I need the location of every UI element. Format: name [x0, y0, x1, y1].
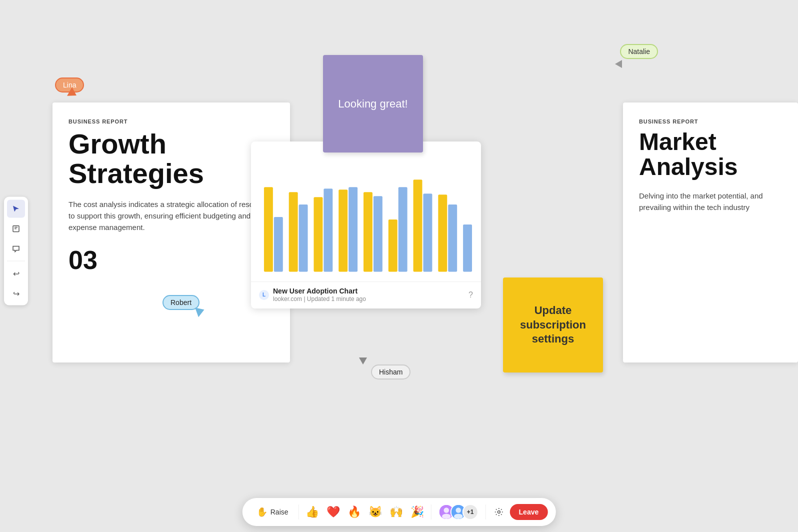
svg-rect-17 [438, 194, 447, 272]
svg-point-21 [444, 508, 449, 513]
svg-point-22 [442, 514, 451, 520]
svg-rect-13 [388, 220, 398, 272]
comment-tool-button[interactable] [7, 240, 25, 258]
emoji-thumbsup-button[interactable]: 👍 [303, 502, 322, 522]
svg-rect-16 [423, 194, 432, 272]
chart-source: looker.com | Updated 1 minute ago [273, 296, 366, 302]
svg-rect-4 [274, 217, 283, 272]
emoji-heart-button[interactable]: ❤️ [324, 502, 343, 522]
leave-button[interactable]: Leave [510, 504, 548, 520]
settings-button[interactable] [490, 503, 508, 521]
canvas: ↩ ↪ BUSINESS REPORT GrowthStrategies The… [0, 0, 798, 502]
svg-rect-7 [314, 197, 322, 272]
looker-icon: L [259, 290, 269, 300]
emoji-wave-button[interactable]: 🙌 [387, 502, 406, 522]
chart-info: New User Adoption Chart looker.com | Upd… [273, 287, 366, 302]
emoji-party-button[interactable]: 🎉 [408, 502, 427, 522]
bar-chart-svg [259, 150, 473, 274]
doc-left-body: The cost analysis indicates a strategic … [68, 198, 274, 234]
cursor-hisham-label: Hisham [371, 364, 410, 380]
doc-right-label: BUSINESS REPORT [639, 118, 782, 124]
doc-left-label: BUSINESS REPORT [68, 118, 274, 124]
svg-rect-12 [374, 196, 382, 272]
cursor-natalie: Natalie [620, 44, 658, 68]
chart-title: New User Adoption Chart [273, 287, 366, 295]
doc-left-title: GrowthStrategies [68, 130, 274, 188]
cursor-hisham: Hisham [359, 358, 410, 380]
chart-updated: Updated 1 minute ago [307, 296, 366, 302]
raise-hand-icon: ✋ [256, 506, 268, 518]
avatar-count-badge: +1 [462, 504, 478, 520]
doc-right-title: MarketAnalysis [639, 130, 782, 180]
chart-help-icon[interactable]: ? [468, 290, 473, 300]
svg-point-25 [454, 514, 463, 520]
bottom-divider-3 [486, 504, 486, 520]
chart-footer-left: L New User Adoption Chart looker.com | U… [259, 287, 366, 302]
cursor-natalie-label: Natalie [620, 44, 658, 59]
sticky-note-yellow[interactable]: Update subscription settings [503, 278, 603, 372]
svg-rect-11 [364, 192, 372, 272]
bottom-bar: ✋ Raise 👍 ❤️ 🔥 😺 🙌 🎉 +1 [242, 498, 556, 526]
left-toolbar: ↩ ↪ [4, 197, 28, 306]
svg-rect-8 [324, 188, 332, 272]
sticky-yellow-text: Update subscription settings [503, 296, 603, 354]
cursor-lina-arrow [67, 87, 79, 100]
avatars-group[interactable]: +1 [436, 504, 482, 520]
chart-area [251, 142, 481, 282]
chart-source-url: looker.com [273, 296, 302, 302]
sticky-note-purple[interactable]: Looking great! [323, 55, 423, 152]
svg-rect-9 [338, 190, 348, 272]
chart-card[interactable]: L New User Adoption Chart looker.com | U… [251, 142, 481, 308]
note-tool-button[interactable] [7, 220, 25, 238]
svg-rect-15 [414, 180, 422, 272]
svg-point-26 [498, 511, 500, 514]
settings-icon [494, 508, 504, 516]
sticky-purple-text: Looking great! [330, 90, 416, 118]
bottom-divider-1 [298, 504, 299, 520]
raise-hand-button[interactable]: ✋ Raise [250, 504, 294, 520]
chart-footer: L New User Adoption Chart looker.com | U… [251, 282, 481, 308]
doc-card-market: BUSINESS REPORT MarketAnalysis Delving i… [623, 102, 798, 362]
redo-button[interactable]: ↪ [7, 284, 25, 302]
raise-hand-label: Raise [270, 508, 288, 516]
svg-rect-18 [448, 204, 457, 272]
doc-right-body: Delving into the market potential, and p… [639, 190, 782, 214]
svg-rect-3 [264, 187, 273, 272]
emoji-fire-button[interactable]: 🔥 [345, 502, 364, 522]
svg-rect-5 [289, 192, 298, 272]
svg-rect-6 [299, 204, 308, 272]
svg-rect-19 [463, 224, 472, 272]
emoji-cat-button[interactable]: 😺 [366, 502, 385, 522]
toolbar-divider [7, 261, 25, 262]
cursor-lina: Lina [55, 78, 84, 98]
doc-left-number: 03 [68, 245, 274, 275]
cursor-hisham-arrow [359, 358, 367, 364]
cursor-tool-button[interactable] [7, 200, 25, 218]
cursor-natalie-arrow [615, 60, 622, 68]
cursor-lina-label: Lina [55, 78, 84, 92]
bottom-divider-2 [431, 504, 432, 520]
svg-rect-10 [348, 187, 358, 272]
svg-point-24 [456, 508, 461, 513]
svg-rect-14 [398, 187, 408, 272]
undo-button[interactable]: ↩ [7, 264, 25, 282]
